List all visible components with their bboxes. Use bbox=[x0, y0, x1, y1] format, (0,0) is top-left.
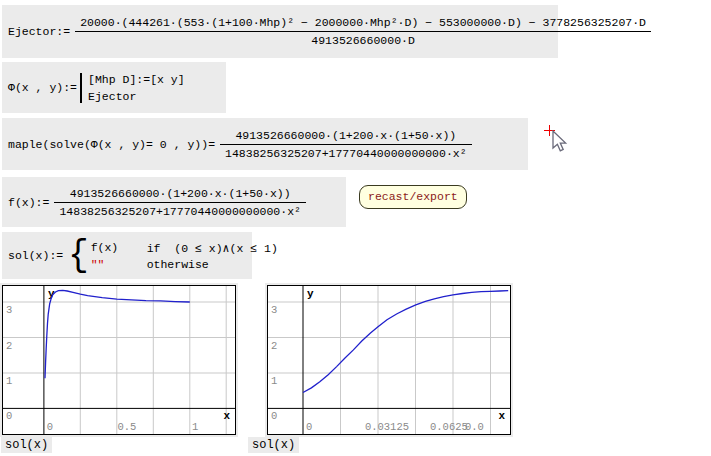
piecewise-case-2: ""otherwise bbox=[91, 258, 278, 271]
xy-plot-right[interactable]: 321000.031250.06250.0yx bbox=[267, 285, 511, 435]
f-denominator: 14838256325207+17770440000000000·x² bbox=[54, 203, 306, 218]
mouse-pointer-icon bbox=[552, 130, 572, 154]
svg-text:0.5: 0.5 bbox=[118, 421, 137, 433]
phi-program-line1: [Mhp D]:=[x y] bbox=[88, 73, 185, 86]
svg-text:1: 1 bbox=[192, 421, 198, 433]
sol-name: sol(x) bbox=[8, 249, 49, 262]
piecewise-cases: f(x)if (0 ≤ x)∧(x ≤ 1) ""otherwise bbox=[91, 241, 278, 271]
ejector-fraction: 20000·(444261·(553·(1+100·Mhp)² − 200000… bbox=[75, 16, 651, 47]
svg-text:0: 0 bbox=[47, 421, 53, 433]
f-lhs: f(x):= bbox=[8, 196, 49, 209]
ejector-numerator: 20000·(444261·(553·(1+100·Mhp)² − 200000… bbox=[75, 16, 651, 32]
svg-text:0: 0 bbox=[306, 421, 312, 433]
svg-text:0.03125: 0.03125 bbox=[365, 421, 409, 433]
svg-text:0.0625: 0.0625 bbox=[430, 421, 468, 433]
xy-plot-left[interactable]: 321000.51yx bbox=[2, 285, 236, 435]
maple-lhs: maple(solve(Φ(x , y)= 0 , y))= bbox=[8, 138, 215, 151]
case2-condition: otherwise bbox=[147, 258, 209, 271]
svg-text:x: x bbox=[498, 410, 505, 422]
phi-lhs: Φ(x , y):= bbox=[8, 81, 77, 94]
ejector-name: Ejector bbox=[8, 25, 56, 38]
maple-expression: maple(solve(Φ(x , y)= 0 , y)) bbox=[8, 138, 208, 151]
maple-result-fraction: 4913526660000·(1+200·x·(1+50·x)) 1483825… bbox=[220, 129, 472, 160]
phi-program-line2: Ejector bbox=[88, 90, 185, 103]
svg-text:1: 1 bbox=[6, 375, 12, 387]
sol-lhs: sol(x):= bbox=[8, 249, 63, 262]
piecewise-case-1: f(x)if (0 ≤ x)∧(x ≤ 1) bbox=[91, 241, 278, 255]
case2-value: "" bbox=[91, 258, 147, 271]
plot-left-caption[interactable]: sol(x) bbox=[1, 437, 52, 453]
xy-plot-left-region[interactable]: 321000.51yx bbox=[0, 283, 238, 437]
maple-solve-region[interactable]: maple(solve(Φ(x , y)= 0 , y))= 491352666… bbox=[2, 118, 528, 170]
f-name: f(x) bbox=[8, 196, 36, 209]
phi-program-block: [Mhp D]:=[x y] Ejector bbox=[80, 73, 185, 103]
maple-numerator: 4913526660000·(1+200·x·(1+50·x)) bbox=[220, 129, 472, 145]
ejector-lhs: Ejector:= bbox=[8, 25, 70, 38]
svg-text:2: 2 bbox=[6, 340, 12, 352]
svg-text:3: 3 bbox=[271, 304, 277, 316]
phi-name: Φ(x , y) bbox=[8, 81, 63, 94]
assign-operator: := bbox=[49, 249, 63, 262]
sol-definition-region[interactable]: sol(x):= { f(x)if (0 ≤ x)∧(x ≤ 1) ""othe… bbox=[2, 232, 252, 279]
svg-text:3: 3 bbox=[6, 304, 12, 316]
case1-condition: if (0 ≤ x)∧(x ≤ 1) bbox=[147, 241, 278, 255]
svg-text:x: x bbox=[223, 410, 230, 422]
assign-operator: := bbox=[36, 196, 50, 209]
phi-definition-region[interactable]: Φ(x , y):= [Mhp D]:=[x y] Ejector bbox=[2, 62, 226, 113]
equals-operator: = bbox=[208, 138, 215, 151]
f-numerator: 4913526660000·(1+200·x·(1+50·x)) bbox=[54, 187, 306, 203]
svg-text:1: 1 bbox=[271, 375, 277, 387]
svg-text:0.0: 0.0 bbox=[465, 421, 484, 433]
f-fraction: 4913526660000·(1+200·x·(1+50·x)) 1483825… bbox=[54, 187, 306, 218]
svg-text:2: 2 bbox=[271, 340, 277, 352]
plot-right-caption[interactable]: sol(x) bbox=[248, 437, 299, 453]
maple-denominator: 14838256325207+17770440000000000·x² bbox=[220, 145, 472, 160]
piecewise-brace: { bbox=[68, 239, 88, 272]
xy-plot-right-region[interactable]: 321000.031250.06250.0yx bbox=[265, 283, 513, 437]
f-definition-region[interactable]: f(x):= 4913526660000·(1+200·x·(1+50·x)) … bbox=[2, 177, 346, 227]
assign-operator: := bbox=[56, 25, 70, 38]
recast-export-button[interactable]: recast/export bbox=[359, 185, 467, 209]
ejector-definition-region[interactable]: Ejector:= 20000·(444261·(553·(1+100·Mhp)… bbox=[2, 5, 558, 58]
svg-text:y: y bbox=[307, 288, 314, 300]
svg-text:0: 0 bbox=[271, 410, 277, 422]
assign-operator: := bbox=[63, 81, 77, 94]
svg-text:0: 0 bbox=[6, 410, 12, 422]
case1-value: f(x) bbox=[91, 241, 147, 255]
ejector-denominator: 4913526660000·D bbox=[75, 32, 651, 47]
worksheet: Ejector:= 20000·(444261·(553·(1+100·Mhp)… bbox=[0, 0, 711, 456]
